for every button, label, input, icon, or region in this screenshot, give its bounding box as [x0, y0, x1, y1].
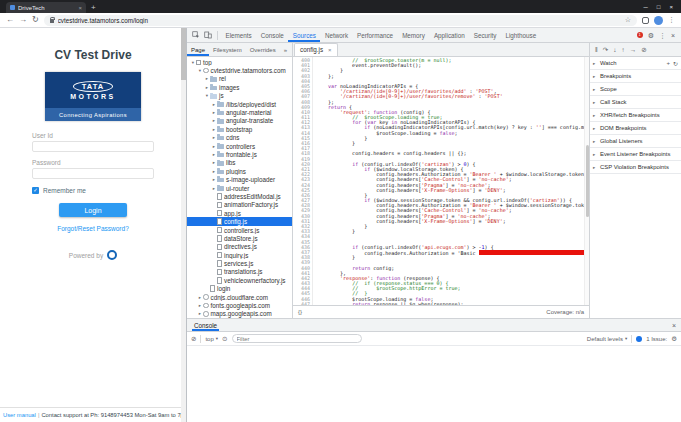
- tree-item-cdnjs-cloudflare-com[interactable]: ▸cdnjs.cloudflare.com: [187, 293, 292, 301]
- new-tab-button[interactable]: +: [91, 3, 96, 12]
- tree-item-login[interactable]: login: [187, 285, 292, 293]
- nav-tab-page[interactable]: Page: [187, 43, 209, 56]
- refresh-watch-icon[interactable]: ↻: [673, 60, 678, 67]
- tree-item-angular-translate[interactable]: ▸angular-translate: [187, 117, 292, 125]
- login-button[interactable]: Login: [59, 203, 127, 217]
- expand-icon[interactable]: ▸: [593, 126, 598, 131]
- maximize-button[interactable]: □: [657, 4, 661, 10]
- editor-tab-close-icon[interactable]: ×: [328, 47, 332, 53]
- browser-tab[interactable]: DriveTech ×: [6, 2, 86, 13]
- tree-item-cdns[interactable]: ▸cdns: [187, 134, 292, 142]
- tree-item-directives-js[interactable]: directives.js: [187, 243, 292, 251]
- nav-tab-overrides[interactable]: Overrides: [246, 43, 280, 56]
- expand-icon[interactable]: ▸: [593, 74, 598, 79]
- nav-tab-more-tabs[interactable]: »: [280, 43, 291, 56]
- devtools-close-icon[interactable]: ×: [671, 32, 675, 39]
- console-settings-icon[interactable]: ⚙: [671, 335, 677, 343]
- password-field[interactable]: [32, 168, 154, 179]
- panel-tab-memory[interactable]: Memory: [398, 28, 430, 42]
- forgot-password-link[interactable]: Forgot/Reset Password?: [32, 225, 154, 232]
- section-breakpoints[interactable]: ▸Breakpoints: [590, 70, 681, 83]
- tree-item-rel[interactable]: ▸rel: [187, 75, 292, 83]
- section-scope[interactable]: ▸Scope: [590, 83, 681, 96]
- tree-item-cvtestdrive-tatamotors-com[interactable]: ▾cvtestdrive.tatamotors.com: [187, 66, 292, 74]
- pretty-print-button[interactable]: {}: [298, 309, 302, 315]
- remember-me-checkbox[interactable]: ✓: [32, 187, 39, 194]
- step-over-icon[interactable]: ↷: [603, 46, 608, 54]
- tree-item-bootstrap[interactable]: ▸bootstrap: [187, 125, 292, 133]
- tree-item-plugins[interactable]: ▸plugins: [187, 167, 292, 175]
- tree-item-frontable-js[interactable]: ▸frontable.js: [187, 150, 292, 158]
- forward-icon[interactable]: →: [19, 16, 27, 24]
- error-count-badge[interactable]: 1: [637, 32, 643, 38]
- eye-icon[interactable]: ⊙: [222, 335, 227, 343]
- expand-icon[interactable]: ▸: [593, 100, 598, 105]
- expand-icon[interactable]: ▸: [593, 61, 598, 66]
- tree-item-images[interactable]: ▸images: [187, 83, 292, 91]
- bookmark-star-icon[interactable]: ☆: [625, 16, 631, 24]
- drawer-close-icon[interactable]: ×: [672, 322, 676, 329]
- section-dom-breakpoints[interactable]: ▸DOM Breakpoints: [590, 122, 681, 135]
- devtools-settings-icon[interactable]: ⚙: [648, 32, 654, 39]
- editor-code[interactable]: // $rootScope.toaster(m = null); event.p…: [313, 57, 589, 305]
- console-output[interactable]: [187, 346, 681, 422]
- tree-item-js[interactable]: ▾js: [187, 92, 292, 100]
- nav-tab-filesystem[interactable]: Filesystem: [209, 43, 246, 56]
- tree-item-angular-material[interactable]: ▸angular-material: [187, 108, 292, 116]
- code-area[interactable]: 4004014024034044054064074084094104114124…: [293, 57, 589, 305]
- clear-console-icon[interactable]: ⊘: [191, 335, 196, 343]
- tree-item-ui-router[interactable]: ▸ui-router: [187, 184, 292, 192]
- tree-item-controllers-js[interactable]: controllers.js: [187, 226, 292, 234]
- section-csp-violation-breakpoints[interactable]: ▸CSP Violation Breakpoints: [590, 161, 681, 174]
- device-toolbar-icon[interactable]: [204, 31, 212, 39]
- tree-item-libs[interactable]: ▸libs: [187, 159, 292, 167]
- log-levels-selector[interactable]: Default levels ▾: [587, 336, 627, 342]
- user-manual-link[interactable]: User manual: [3, 412, 36, 418]
- tree-item-services-js[interactable]: services.js: [187, 259, 292, 267]
- devtools-menu-icon[interactable]: ⋮: [659, 32, 666, 39]
- url-text[interactable]: cvtestdrive.tatamotors.com/login: [58, 17, 621, 24]
- section-call-stack[interactable]: ▸Call Stack: [590, 96, 681, 109]
- tree-item-app-js[interactable]: app.js: [187, 209, 292, 217]
- issues-count[interactable]: 1 Issue:: [646, 336, 667, 342]
- tree-item-s-image-uploader[interactable]: ▸s-image-uploader: [187, 175, 292, 183]
- tree-item-controllers[interactable]: ▸controllers: [187, 142, 292, 150]
- editor-scrollbar[interactable]: [584, 57, 589, 305]
- tab-close-icon[interactable]: ×: [78, 5, 82, 11]
- panel-tab-application[interactable]: Application: [429, 28, 469, 42]
- add-watch-icon[interactable]: +: [666, 60, 670, 67]
- minimize-button[interactable]: ─: [644, 4, 648, 10]
- tree-item-maps-googleapis-com[interactable]: ▸maps.googleapis.com: [187, 310, 292, 318]
- tree-item-translations-js[interactable]: translations.js: [187, 268, 292, 276]
- editor-scrollbar-thumb[interactable]: [586, 145, 589, 217]
- expand-icon[interactable]: ▸: [593, 139, 598, 144]
- console-context-selector[interactable]: top ▾: [205, 336, 218, 342]
- step-out-icon[interactable]: ↑: [621, 46, 624, 53]
- tree-item-vehicleownerfactory-js[interactable]: vehicleownerfactory.js: [187, 276, 292, 284]
- tree-item-addresseditmodal-js[interactable]: addressEditModal.js: [187, 192, 292, 200]
- step-icon[interactable]: →: [630, 46, 637, 53]
- section-event-listener-breakpoints[interactable]: ▸Event Listener Breakpoints: [590, 148, 681, 161]
- step-into-icon[interactable]: ↓: [613, 46, 616, 53]
- panel-tab-security[interactable]: Security: [469, 28, 501, 42]
- panel-tab-elements[interactable]: Elements: [221, 28, 256, 42]
- expand-icon[interactable]: ▸: [593, 165, 598, 170]
- tree-item-config-js[interactable]: config.js: [187, 217, 292, 225]
- deactivate-breakpoints-icon[interactable]: ⊘: [641, 46, 646, 54]
- code-line-437[interactable]: config.headers.Authorization = 'Basic: [316, 250, 589, 255]
- pause-icon[interactable]: ‖: [595, 46, 598, 53]
- tree-item-libs-deployed-dist[interactable]: ▸/libs/deployed/dist: [187, 100, 292, 108]
- expand-icon[interactable]: ▸: [593, 113, 598, 118]
- browser-menu-icon[interactable]: ⋮: [668, 16, 675, 24]
- tree-item-fonts-googleapis-com[interactable]: ▸fonts.googleapis.com: [187, 301, 292, 309]
- panel-tab-console[interactable]: Console: [256, 28, 288, 42]
- panel-tab-network[interactable]: Network: [320, 28, 352, 42]
- tree-item-datastore-js[interactable]: dataStore.js: [187, 234, 292, 242]
- tree-item-top[interactable]: ▾top: [187, 58, 292, 66]
- window-close-button[interactable]: ×: [669, 4, 673, 10]
- extensions-icon[interactable]: [642, 17, 649, 24]
- panel-tab-lighthouse[interactable]: Lighthouse: [501, 28, 541, 42]
- tree-item-animationfactory-js[interactable]: animationFactory.js: [187, 201, 292, 209]
- back-icon[interactable]: ←: [6, 16, 14, 24]
- editor-tab-config-js[interactable]: config.js ×: [294, 43, 338, 57]
